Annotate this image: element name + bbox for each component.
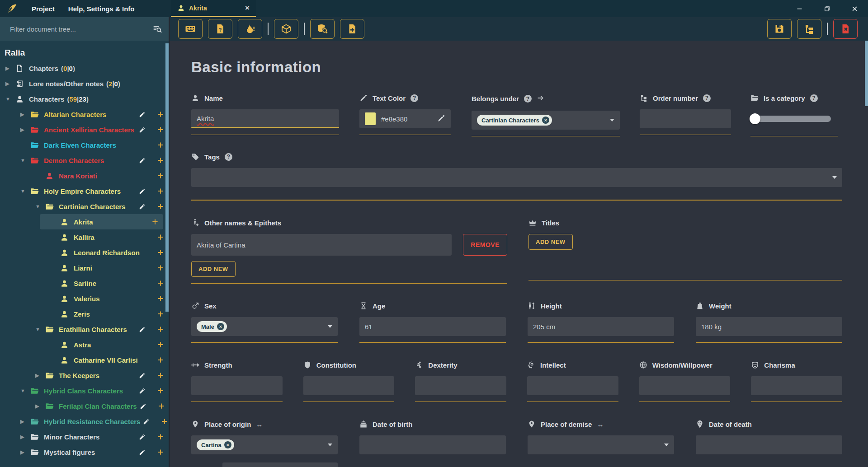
help-icon[interactable]: ?: [410, 94, 418, 102]
add-plus-icon[interactable]: [152, 356, 169, 364]
edit-pencil-icon[interactable]: [139, 388, 152, 394]
wisdom-input[interactable]: [639, 376, 731, 395]
origin-note-input[interactable]: [222, 462, 338, 467]
goto-parent-icon[interactable]: [537, 94, 545, 103]
edit-pencil-icon[interactable]: [139, 157, 152, 164]
tree-item-mystical-figures[interactable]: ▶ Mystical figures: [0, 444, 169, 460]
dropdown-caret-icon[interactable]: [328, 444, 332, 446]
chevron-down-icon[interactable]: ▼: [5, 96, 15, 102]
chevron-right-icon[interactable]: ▶: [20, 434, 30, 440]
tags-select[interactable]: [191, 168, 842, 187]
close-icon[interactable]: [851, 5, 858, 12]
is-category-toggle[interactable]: [750, 116, 831, 122]
tree-item-hybrid-clans[interactable]: ▼ Hybrid Clans Characters: [0, 383, 169, 398]
chevron-right-icon[interactable]: ▶: [20, 127, 30, 133]
menu-project[interactable]: Project: [32, 5, 55, 13]
chevron-right-icon[interactable]: ▶: [35, 373, 45, 378]
tree-item-valerius[interactable]: ▶ Valerius: [0, 291, 169, 306]
chip-remove-icon[interactable]: ×: [224, 441, 231, 448]
tree-item-minor-characters[interactable]: ▶ Minor Characters: [0, 429, 169, 444]
add-plus-icon[interactable]: [152, 341, 169, 349]
tree-item-zeris[interactable]: ▶ Zeris: [0, 306, 169, 322]
dropdown-caret-icon[interactable]: [328, 325, 332, 328]
chevron-right-icon[interactable]: ▶: [20, 419, 30, 425]
chevron-right-icon[interactable]: ▶: [5, 65, 15, 71]
tree-item-ferilapi[interactable]: ▶ Ferilapi Clan Characters: [0, 398, 169, 414]
tree-item-leonard-richardson[interactable]: ▶ Leonard Richardson: [0, 245, 169, 260]
content-scrollbar[interactable]: [865, 41, 868, 106]
help-icon[interactable]: ?: [810, 94, 818, 102]
add-plus-icon[interactable]: [152, 325, 169, 333]
chevron-right-icon[interactable]: ▶: [35, 403, 45, 409]
help-icon[interactable]: ?: [524, 95, 532, 103]
edit-pencil-icon[interactable]: [139, 188, 152, 195]
toggle-knob[interactable]: [750, 113, 760, 124]
export-cube-button[interactable]: [274, 19, 298, 39]
add-title-button[interactable]: ADD NEW: [528, 234, 573, 250]
swap-link-icon[interactable]: ↔: [256, 420, 263, 428]
fire-warning-button[interactable]: [238, 19, 262, 39]
dropdown-caret-icon[interactable]: [610, 119, 614, 121]
remove-other-name-button[interactable]: REMOVE: [463, 234, 507, 256]
add-plus-icon[interactable]: [152, 433, 169, 441]
add-plus-icon[interactable]: [147, 218, 163, 226]
other-name-input[interactable]: Akrita of Cartina: [191, 234, 452, 256]
dropdown-caret-icon[interactable]: [664, 444, 669, 446]
chevron-down-icon[interactable]: ▼: [20, 388, 30, 393]
tree-item-demon[interactable]: ▼ Demon Characters: [0, 153, 169, 168]
tree-item-kallira[interactable]: ▶ Kallira: [0, 229, 169, 245]
tree-item-hybrid-resistance[interactable]: ▶ Hybrid Resistance Characters: [0, 414, 169, 429]
tree-item-astra[interactable]: ▶ Astra: [0, 337, 169, 352]
dexterity-input[interactable]: [415, 376, 506, 395]
edit-pencil-icon[interactable]: [139, 326, 152, 333]
delete-document-button[interactable]: [833, 19, 858, 39]
tree-item-cartinian[interactable]: ▼ Cartinian Characters: [0, 199, 169, 214]
tree-item-erathilian[interactable]: ▼ Erathilian Characters: [0, 322, 169, 337]
tree-item-catharine[interactable]: ▶ Catharine VII Carlisi: [0, 352, 169, 368]
constitution-input[interactable]: [303, 376, 395, 395]
add-plus-icon[interactable]: [152, 371, 169, 379]
date-of-birth-input[interactable]: [359, 435, 506, 454]
swap-link-icon[interactable]: ↔: [597, 420, 604, 428]
charisma-input[interactable]: [751, 376, 842, 395]
menu-help-settings-info[interactable]: Help, Settings & Info: [68, 5, 135, 13]
place-of-origin-select[interactable]: Cartina×: [191, 435, 338, 454]
add-other-name-button[interactable]: ADD NEW: [191, 261, 236, 277]
text-color-input[interactable]: #e8e380: [359, 109, 451, 128]
filter-input[interactable]: [10, 25, 152, 33]
place-of-demise-select[interactable]: [528, 435, 674, 454]
edit-pencil-icon[interactable]: [143, 418, 156, 425]
tree-item-chapters[interactable]: ▶ Chapters (0 | 0): [0, 61, 169, 76]
height-input[interactable]: 205 cm: [528, 317, 674, 336]
chevron-right-icon[interactable]: ▶: [20, 449, 30, 455]
document-help-button[interactable]: [208, 19, 232, 39]
database-search-button[interactable]: [310, 19, 335, 39]
strength-input[interactable]: [191, 376, 283, 395]
tree-item-characters[interactable]: ▼ Characters (59 | 23): [0, 91, 169, 107]
tree-item-altarian[interactable]: ▶ Altarian Characters: [0, 107, 169, 122]
intellect-input[interactable]: [527, 376, 618, 395]
edit-pencil-icon[interactable]: [139, 126, 152, 133]
order-number-input[interactable]: [640, 109, 731, 128]
chip-remove-icon[interactable]: ×: [542, 117, 549, 124]
tree-item-holy-empire[interactable]: ▼ Holy Empire Characters: [0, 183, 169, 199]
tree-item-nara-koriati[interactable]: ▶ Nara Koriati: [0, 168, 169, 183]
belongs-under-select[interactable]: Cartinian Characters×: [472, 111, 620, 130]
chevron-down-icon[interactable]: ▼: [20, 188, 30, 194]
add-plus-icon[interactable]: [152, 448, 169, 456]
new-document-button[interactable]: [340, 19, 364, 39]
tab-close-icon[interactable]: ×: [245, 4, 250, 12]
chevron-right-icon[interactable]: ▶: [20, 112, 30, 117]
chip-remove-icon[interactable]: ×: [217, 323, 224, 330]
name-input[interactable]: Akrita: [191, 109, 339, 128]
edit-pencil-icon[interactable]: [139, 111, 152, 118]
edit-pencil-icon[interactable]: [139, 203, 152, 210]
keyboard-shortcuts-button[interactable]: [178, 19, 203, 39]
hierarchy-tree-button[interactable]: [797, 19, 821, 39]
dropdown-caret-icon[interactable]: [832, 176, 837, 179]
chevron-down-icon[interactable]: ▼: [20, 158, 30, 163]
edit-pencil-icon[interactable]: [139, 449, 152, 456]
filter-search-icon[interactable]: [152, 24, 162, 34]
tree-item-the-keepers[interactable]: ▶ The Keepers: [0, 368, 169, 383]
weight-input[interactable]: 180 kg: [696, 317, 842, 336]
